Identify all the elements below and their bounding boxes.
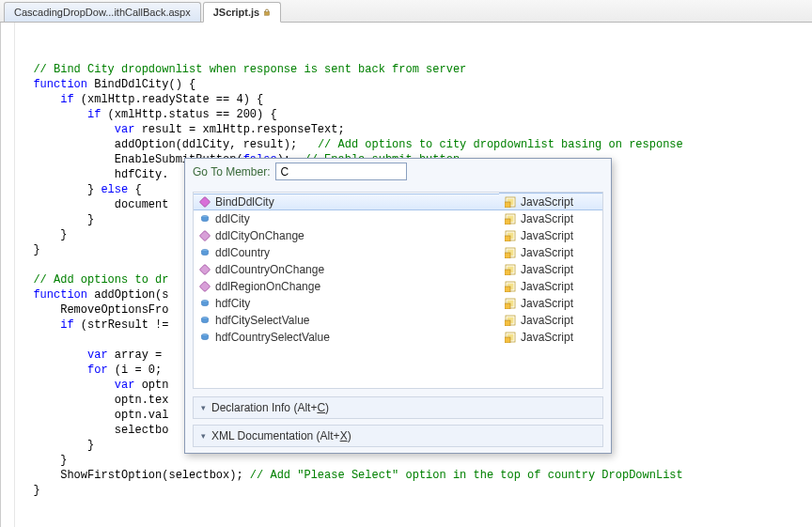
svg-rect-17 (199, 264, 210, 274)
member-kind-icon (199, 213, 211, 225)
javascript-file-icon (505, 247, 516, 258)
editor-gutter (1, 23, 15, 527)
svg-rect-32 (505, 320, 510, 326)
member-lang: JavaScript (521, 297, 573, 310)
member-list[interactable]: BindDdlCityJavaScriptddlCityJavaScriptdd… (193, 192, 603, 389)
svg-rect-9 (199, 230, 210, 240)
lock-icon (263, 8, 271, 16)
member-table: BindDdlCityJavaScriptddlCityJavaScriptdd… (194, 193, 602, 346)
member-name: hdfCity (215, 297, 250, 310)
member-row[interactable]: ddlCountryOnChangeJavaScript (194, 261, 602, 278)
chevron-down-icon: ▾ (201, 431, 206, 441)
member-row[interactable]: ddlCountryJavaScript (194, 244, 602, 261)
declaration-info-panel[interactable]: ▾ Declaration Info (Alt+C) (193, 396, 603, 419)
member-kind-icon (199, 264, 211, 275)
member-row[interactable]: hdfCityJavaScript (194, 295, 602, 312)
member-kind-icon (199, 315, 211, 326)
member-lang: JavaScript (521, 246, 573, 259)
svg-rect-20 (505, 270, 510, 275)
member-row[interactable]: hdfCountrySelectValueJavaScript (194, 329, 602, 346)
member-lang: JavaScript (521, 212, 573, 225)
javascript-file-icon (505, 213, 516, 225)
xml-documentation-panel[interactable]: ▾ XML Documentation (Alt+X) (193, 425, 603, 447)
member-row[interactable]: BindDdlCityJavaScript (194, 194, 602, 210)
svg-rect-21 (199, 281, 210, 291)
member-row[interactable]: ddlRegionOnChangeJavaScript (194, 278, 602, 295)
chevron-down-icon: ▾ (201, 403, 206, 412)
member-kind-icon (199, 230, 211, 241)
member-kind-icon (199, 298, 211, 309)
member-lang: JavaScript (521, 263, 573, 276)
member-name: ddlCountryOnChange (215, 263, 324, 276)
member-name: hdfCitySelectValue (215, 314, 310, 327)
tab-jscript[interactable]: JScript.js (203, 2, 282, 23)
popup-title: Go To Member: (193, 165, 270, 178)
tab-label: JScript.js (213, 7, 260, 18)
member-kind-icon (199, 281, 211, 292)
member-kind-icon (199, 196, 211, 208)
svg-rect-4 (505, 202, 510, 208)
svg-rect-16 (505, 253, 510, 258)
javascript-file-icon (505, 196, 516, 208)
member-name: ddlCityOnChange (215, 229, 304, 242)
member-lang: JavaScript (521, 229, 573, 242)
javascript-file-icon (505, 264, 516, 275)
member-lang: JavaScript (521, 195, 573, 209)
svg-rect-24 (505, 287, 510, 292)
svg-rect-36 (505, 337, 510, 343)
svg-rect-0 (265, 12, 270, 16)
tab-cascading[interactable]: CascadingDropDow...ithCallBack.aspx (4, 2, 201, 22)
svg-rect-1 (199, 196, 210, 207)
member-row[interactable]: ddlCityJavaScript (194, 210, 602, 227)
javascript-file-icon (505, 281, 516, 292)
javascript-file-icon (505, 230, 516, 241)
panel-label: Declaration Info (Alt+C) (211, 401, 329, 414)
member-row[interactable]: hdfCitySelectValueJavaScript (194, 312, 602, 329)
svg-rect-28 (505, 303, 510, 309)
member-kind-icon (199, 247, 211, 258)
tab-bar: CascadingDropDow...ithCallBack.aspx JScr… (0, 0, 812, 23)
member-lang: JavaScript (521, 314, 573, 327)
svg-rect-12 (505, 236, 510, 241)
javascript-file-icon (505, 298, 516, 309)
member-name: ddlCity (215, 212, 250, 225)
popup-header: Go To Member: (185, 159, 611, 184)
tab-label: CascadingDropDow...ithCallBack.aspx (14, 7, 191, 18)
member-name: BindDdlCity (215, 195, 274, 209)
member-name: ddlRegionOnChange (215, 280, 320, 293)
javascript-file-icon (505, 315, 516, 326)
member-name: ddlCountry (215, 246, 270, 259)
member-row[interactable]: ddlCityOnChangeJavaScript (194, 227, 602, 244)
svg-rect-8 (505, 219, 510, 225)
member-name: hdfCountrySelectValue (215, 331, 330, 344)
goto-member-input[interactable] (275, 163, 407, 180)
member-lang: JavaScript (521, 331, 573, 344)
member-kind-icon (199, 332, 211, 343)
goto-member-popup: Go To Member: BindDdlCityJavaScriptddlCi… (184, 158, 612, 454)
member-lang: JavaScript (521, 280, 573, 293)
panel-label: XML Documentation (Alt+X) (211, 429, 351, 442)
javascript-file-icon (505, 332, 516, 343)
